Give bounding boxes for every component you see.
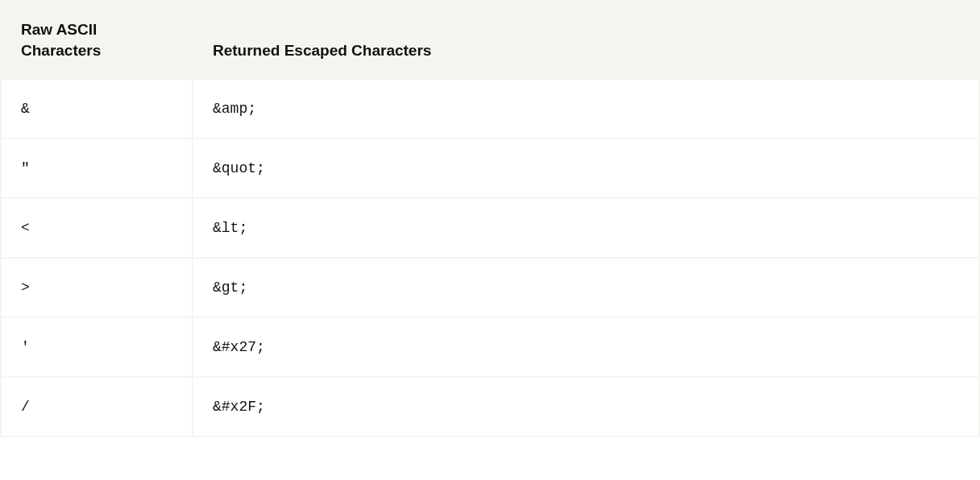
escape-characters-table: Raw ASCII Characters Returned Escaped Ch… [0, 0, 980, 437]
header-escaped: Returned Escaped Characters [193, 2, 978, 78]
table-row: < &lt; [2, 197, 978, 257]
header-raw-ascii: Raw ASCII Characters [2, 2, 193, 78]
cell-escaped: &#x2F; [193, 378, 978, 436]
cell-raw: & [2, 80, 193, 138]
cell-raw: < [2, 199, 193, 257]
table-row: " &quot; [2, 138, 978, 197]
cell-escaped: &lt; [193, 199, 978, 257]
table-row: > &gt; [2, 257, 978, 317]
cell-escaped: &quot; [193, 139, 978, 197]
table-row: ' &#x27; [2, 317, 978, 376]
cell-raw: " [2, 139, 193, 197]
cell-raw: / [2, 378, 193, 436]
table-row: & &amp; [2, 78, 978, 138]
table-header-row: Raw ASCII Characters Returned Escaped Ch… [2, 2, 978, 78]
cell-escaped: &#x27; [193, 318, 978, 376]
cell-escaped: &gt; [193, 259, 978, 317]
cell-escaped: &amp; [193, 80, 978, 138]
table-row: / &#x2F; [2, 376, 978, 436]
cell-raw: ' [2, 318, 193, 376]
cell-raw: > [2, 259, 193, 317]
